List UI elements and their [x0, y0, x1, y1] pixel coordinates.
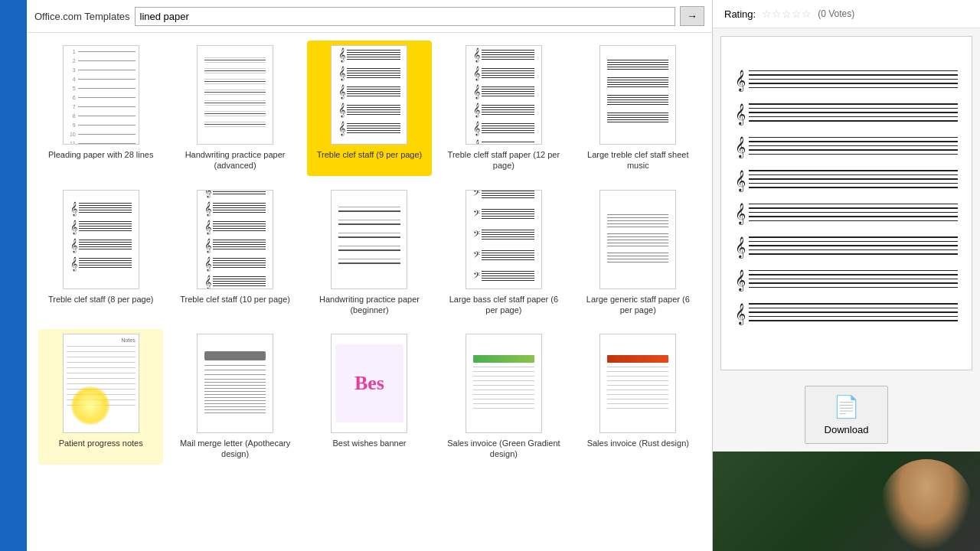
template-label-9: Large bass clef staff paper (6 per page)	[446, 294, 561, 316]
preview-clef-3: 𝄞	[735, 138, 746, 156]
preview-clef-6: 𝄞	[735, 238, 746, 256]
template-item-9[interactable]: 𝄢𝄢𝄢𝄢𝄢Large bass clef staff paper (6 per …	[441, 185, 566, 321]
right-panel: Rating: ☆☆☆☆☆ (0 Votes) 𝄞𝄞𝄞𝄞𝄞𝄞𝄞𝄞 📄 Downl…	[712, 0, 980, 551]
template-item-1[interactable]: 1234567891011121314151617181920Pleading …	[38, 41, 163, 176]
webcam-placeholder	[713, 452, 980, 551]
template-thumb-8	[331, 190, 407, 289]
template-label-14: Sales invoice (Green Gradient design)	[446, 438, 561, 460]
template-grid: 1234567891011121314151617181920Pleading …	[27, 33, 712, 551]
template-item-12[interactable]: Mail merge letter (Apothecary design)	[172, 329, 297, 465]
webcam-section	[713, 452, 980, 551]
search-label: Office.com Templates	[34, 11, 130, 22]
template-item-4[interactable]: 𝄞𝄞𝄞𝄞𝄞𝄞𝄞Treble cleff staff paper (12 per …	[441, 41, 566, 176]
preview-staff-group-5: 𝄞	[735, 204, 959, 225]
template-label-2: Handwriting practice paper (advanced)	[177, 149, 292, 171]
template-thumb-15	[599, 334, 676, 433]
template-label-10: Large generic staff paper (6 per page)	[580, 294, 696, 316]
template-label-5: Large treble clef staff sheet music	[580, 149, 696, 171]
preview-staff-group-2: 𝄞	[735, 103, 959, 125]
template-thumb-1: 1234567891011121314151617181920	[63, 45, 139, 145]
template-label-4: Treble cleff staff paper (12 per page)	[446, 149, 561, 171]
template-thumb-11: Notes	[63, 334, 139, 433]
template-item-2[interactable]: Handwriting practice paper (advanced)	[172, 41, 297, 176]
template-thumb-7: 𝄞𝄞𝄞𝄞𝄞𝄞	[197, 190, 273, 289]
template-label-13: Best wishes banner	[332, 438, 406, 448]
template-item-8[interactable]: Handwriting practice paper (beginner)	[307, 185, 432, 321]
template-label-6: Treble clef staff (8 per page)	[48, 294, 154, 305]
preview-staff-group-1: 𝄞	[735, 70, 959, 92]
template-thumb-9: 𝄢𝄢𝄢𝄢𝄢	[466, 190, 542, 289]
left-accent-bar	[0, 0, 27, 551]
template-thumb-10	[599, 190, 676, 289]
template-label-11: Patient progress notes	[59, 438, 143, 448]
rating-stars[interactable]: ☆☆☆☆☆	[762, 8, 812, 20]
template-item-13[interactable]: BesBest wishes banner	[307, 329, 432, 465]
template-label-7: Treble clef staff (10 per page)	[180, 294, 290, 305]
search-input[interactable]	[135, 7, 675, 26]
template-thumb-4: 𝄞𝄞𝄞𝄞𝄞𝄞𝄞	[466, 45, 542, 145]
template-item-6[interactable]: 𝄞𝄞𝄞𝄞Treble clef staff (8 per page)	[38, 185, 163, 321]
template-thumb-6: 𝄞𝄞𝄞𝄞	[63, 190, 139, 289]
template-thumb-13: Bes	[331, 334, 407, 433]
preview-clef-1: 𝄞	[735, 71, 746, 90]
preview-clef-4: 𝄞	[735, 171, 746, 190]
template-thumb-12	[197, 334, 273, 433]
template-thumb-2	[197, 45, 273, 145]
preview-clef-8: 𝄞	[735, 305, 746, 323]
template-thumb-14	[466, 334, 542, 433]
download-label: Download	[825, 424, 869, 435]
template-label-1: Pleading paper with 28 lines	[48, 149, 154, 160]
main-content-area: Office.com Templates → 12345678910111213…	[27, 0, 712, 551]
template-item-7[interactable]: 𝄞𝄞𝄞𝄞𝄞𝄞Treble clef staff (10 per page)	[172, 185, 297, 321]
download-button[interactable]: 📄 Download	[805, 386, 889, 444]
template-item-10[interactable]: Large generic staff paper (6 per page)	[576, 185, 701, 321]
template-item-15[interactable]: Sales invoice (Rust design)	[576, 329, 701, 465]
preview-staff-group-3: 𝄞	[735, 137, 959, 158]
rating-label: Rating:	[724, 8, 756, 20]
preview-staff-group-4: 𝄞	[735, 170, 959, 191]
template-item-14[interactable]: Sales invoice (Green Gradient design)	[441, 329, 566, 465]
search-bar: Office.com Templates →	[27, 0, 712, 33]
template-label-8: Handwriting practice paper (beginner)	[312, 294, 427, 316]
template-item-5[interactable]: Large treble clef staff sheet music	[576, 41, 701, 176]
preview-clef-2: 𝄞	[735, 105, 746, 123]
template-label-15: Sales invoice (Rust design)	[587, 438, 689, 448]
preview-section: 𝄞𝄞𝄞𝄞𝄞𝄞𝄞𝄞	[720, 36, 972, 370]
preview-clef-7: 𝄞	[735, 271, 746, 289]
preview-staff-group-8: 𝄞	[735, 303, 959, 324]
template-label-3: Treble clef staff (9 per page)	[317, 149, 423, 160]
preview-staff-group-6: 𝄞	[735, 236, 959, 258]
template-item-11[interactable]: NotesPatient progress notes	[38, 329, 163, 465]
rating-section: Rating: ☆☆☆☆☆ (0 Votes)	[713, 0, 980, 28]
preview-staff-group-7: 𝄞	[735, 270, 959, 292]
download-icon: 📄	[833, 394, 860, 419]
preview-clef-5: 𝄞	[735, 204, 746, 223]
search-button[interactable]: →	[680, 6, 704, 26]
download-section: 📄 Download	[713, 378, 980, 452]
template-label-12: Mail merge letter (Apothecary design)	[177, 438, 292, 460]
template-thumb-3: 𝄞𝄞𝄞𝄞𝄞	[331, 45, 407, 145]
rating-votes: (0 Votes)	[818, 8, 854, 19]
template-thumb-5	[599, 45, 676, 145]
template-item-3[interactable]: 𝄞𝄞𝄞𝄞𝄞Treble clef staff (9 per page)	[307, 41, 432, 176]
person-silhouette	[880, 459, 972, 551]
